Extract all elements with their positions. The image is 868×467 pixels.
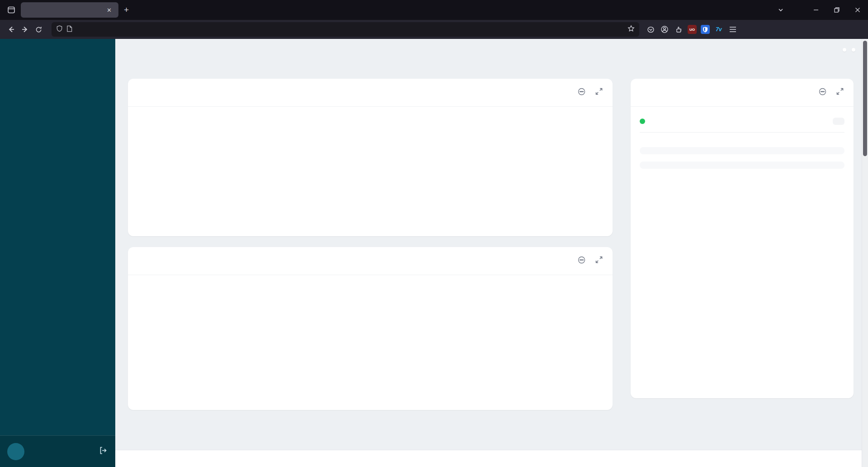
realtime-panel (631, 79, 854, 398)
content-row (128, 79, 855, 410)
app-frame (0, 39, 868, 467)
recent-updates-list (640, 147, 844, 154)
connection-status-row (640, 113, 844, 133)
brand-title (0, 39, 115, 64)
temperature-chart-header (128, 79, 613, 107)
forward-icon[interactable] (18, 23, 32, 36)
window-restore-button[interactable] (826, 0, 847, 20)
avatar (7, 443, 24, 460)
window-minimize-button[interactable] (806, 0, 826, 20)
extension-thumb-icon[interactable] (674, 24, 684, 34)
tab-close-icon[interactable]: ✕ (104, 6, 114, 14)
region-group (852, 48, 855, 52)
co2-chart-header (128, 247, 613, 275)
realtime-header (631, 79, 854, 107)
extensions-row: UO 7v (646, 24, 738, 34)
tracking-protection-shield-icon[interactable] (56, 25, 63, 34)
new-tab-button[interactable]: + (118, 4, 134, 16)
co2-chart-card (128, 247, 613, 410)
reload-icon[interactable] (32, 23, 45, 36)
pocket-icon[interactable] (646, 24, 656, 34)
header-button-groups (843, 48, 855, 52)
screen: ✕ + (0, 0, 868, 467)
main-header (128, 48, 855, 52)
main-area (115, 39, 868, 467)
show-alerts-button[interactable] (833, 118, 844, 125)
chart-more-options-icon[interactable] (578, 88, 585, 97)
chart-more-options-icon[interactable] (578, 256, 585, 266)
bitwarden-icon[interactable] (701, 25, 710, 34)
list-tabs-chevron-icon[interactable] (778, 7, 784, 13)
status-dot-icon (640, 119, 645, 124)
browser-tab-bar: ✕ + (0, 0, 868, 20)
window-close-button[interactable] (847, 0, 868, 20)
account-icon[interactable] (660, 24, 670, 34)
ublock-origin-icon[interactable]: UO (688, 25, 697, 34)
data-sources-list (640, 162, 844, 169)
user-meta (30, 451, 93, 452)
browser-tab[interactable]: ✕ (21, 2, 118, 18)
scrollbar-thumb[interactable] (863, 41, 867, 156)
user-strip (0, 435, 115, 467)
back-icon[interactable] (5, 23, 18, 36)
panel-expand-icon[interactable] (836, 88, 844, 97)
browser-toolbar: UO 7v (0, 20, 868, 39)
time-range-group (843, 48, 846, 52)
bookmark-star-icon[interactable] (627, 25, 635, 34)
page-scrollbar[interactable] (862, 39, 868, 467)
charts-column (128, 79, 613, 410)
url-bar[interactable] (52, 22, 639, 37)
menu-hamburger-icon[interactable] (728, 24, 738, 34)
chart-expand-icon[interactable] (595, 88, 603, 97)
chart-expand-icon[interactable] (595, 256, 603, 266)
temperature-chart-plot[interactable] (128, 107, 612, 212)
panel-more-options-icon[interactable] (819, 88, 826, 97)
co2-chart-plot[interactable] (128, 279, 612, 396)
page-footer (115, 450, 868, 467)
temperature-chart-card (128, 79, 613, 236)
seventv-icon[interactable]: 7v (714, 24, 724, 34)
firefox-view-icon[interactable] (5, 3, 18, 17)
logout-icon[interactable] (99, 446, 108, 457)
sidebar-spacer (0, 64, 115, 435)
sidebar (0, 39, 115, 467)
page-info-icon[interactable] (66, 25, 72, 34)
